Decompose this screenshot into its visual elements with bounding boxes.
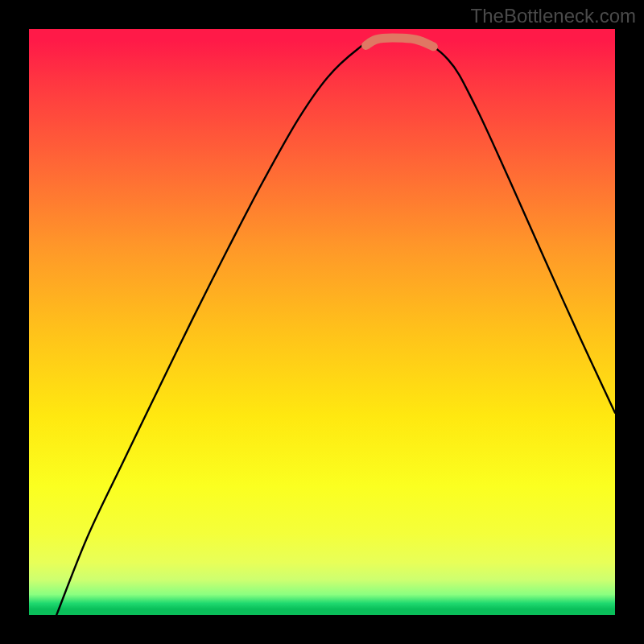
- plot-area: [29, 29, 615, 615]
- watermark-text: TheBottleneck.com: [471, 5, 636, 27]
- curve-line: [56, 38, 615, 615]
- highlight-segment: [366, 38, 434, 47]
- chart-svg: [29, 29, 615, 615]
